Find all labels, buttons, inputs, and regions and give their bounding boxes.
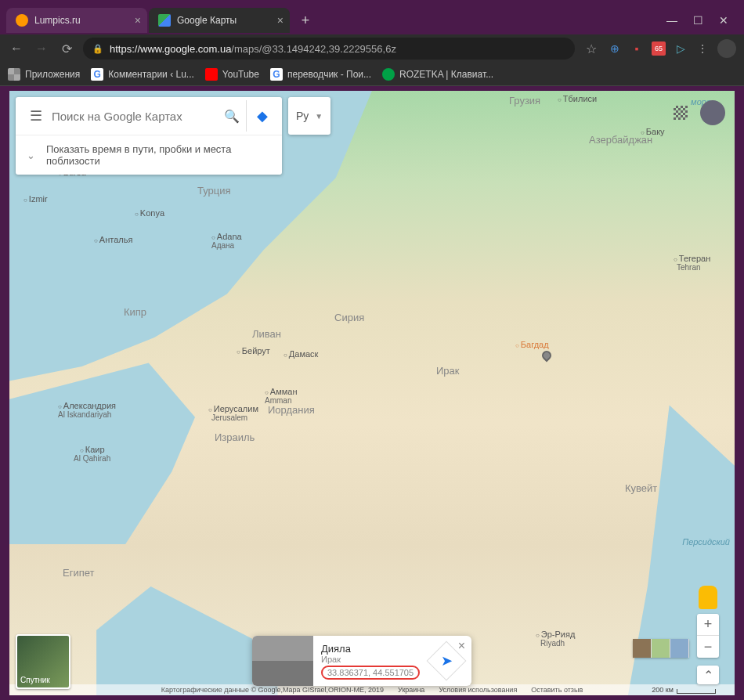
- back-button[interactable]: ←: [8, 41, 25, 56]
- maximize-button[interactable]: ☐: [693, 14, 703, 27]
- city-alexandria2: Al Iskandariyah: [58, 410, 111, 419]
- label-syria: Сирия: [334, 312, 364, 323]
- city-antalya: Анталья: [94, 235, 132, 244]
- g-icon: G: [91, 68, 103, 81]
- google-apps-button[interactable]: [674, 106, 688, 120]
- label-israel: Израиль: [215, 431, 255, 443]
- satellite-label: Спутник: [20, 676, 50, 684]
- close-window-button[interactable]: ✕: [719, 14, 728, 27]
- city-riyadh: Riyadh: [540, 639, 565, 648]
- bookmark-rozetka[interactable]: ROZETKA | Клавиат...: [382, 68, 493, 81]
- map-footer: Картографические данные © Google,Mapa GI…: [9, 684, 735, 695]
- city-izmir: Izmir: [23, 194, 48, 204]
- directions-button[interactable]: ◆: [246, 100, 277, 132]
- layer-terrain[interactable]: [633, 639, 652, 658]
- location-coordinates[interactable]: 33.836371, 44.551705: [321, 666, 420, 680]
- city-tbilisi: Тбилиси: [558, 94, 597, 103]
- city-damascus: Дамаск: [284, 349, 318, 359]
- city-alexandria: Александрия: [58, 401, 116, 410]
- menu-icon[interactable]: ⋮: [695, 41, 710, 56]
- g-icon: G: [270, 68, 283, 81]
- card-close-button[interactable]: ×: [458, 639, 465, 653]
- search-icon[interactable]: 🔍: [218, 109, 246, 124]
- layer-switcher[interactable]: [633, 639, 689, 658]
- layer-transit[interactable]: [670, 639, 689, 658]
- language-button[interactable]: Ру ▼: [288, 97, 330, 135]
- tab-label: Lumpics.ru: [34, 15, 81, 26]
- tab-label: Google Карты: [177, 15, 237, 26]
- map-scale: 200 км: [652, 686, 716, 694]
- menu-button[interactable]: ☰: [20, 107, 52, 124]
- address-bar[interactable]: 🔒 https://www.google.com.ua/maps/@33.149…: [83, 38, 575, 60]
- bookmark-comments[interactable]: GКомментарии ‹ Lu...: [91, 68, 194, 81]
- satellite-toggle[interactable]: Спутник: [16, 634, 70, 689]
- chevron-down-icon: ⌄: [27, 150, 35, 161]
- location-info-card: Дияла Ирак 33.836371, 44.551705 ➤ ×: [252, 636, 471, 686]
- reload-button[interactable]: ⟳: [58, 41, 75, 56]
- city-adana2: Адана: [211, 241, 234, 250]
- city-adana: Adana: [211, 232, 242, 241]
- label-georgia: Грузия: [509, 95, 540, 106]
- city-jerusalem2: Jerusalem: [211, 413, 247, 422]
- new-tab-button[interactable]: +: [294, 9, 316, 31]
- pegman-icon[interactable]: [699, 586, 717, 609]
- city-jerusalem: Иерусалим: [208, 404, 258, 413]
- city-beirut: Бейрут: [237, 346, 270, 355]
- account-avatar[interactable]: [700, 100, 725, 125]
- gmaps-icon: [158, 14, 171, 27]
- profile-avatar[interactable]: [717, 39, 736, 58]
- zoom-out-button[interactable]: −: [697, 636, 719, 658]
- bookmark-translator[interactable]: Gпереводчик - Пои...: [270, 68, 371, 81]
- lang-label: Ру: [296, 110, 309, 122]
- tab-google-maps[interactable]: Google Карты ×: [149, 8, 290, 33]
- city-tehran2: Tehran: [677, 263, 701, 272]
- city-cairo: Каир: [80, 445, 105, 454]
- bookmark-youtube[interactable]: YouTube: [205, 68, 259, 81]
- close-icon[interactable]: ×: [135, 14, 141, 27]
- ext-badge-icon[interactable]: 65: [652, 41, 666, 56]
- ext-play-icon[interactable]: ▷: [674, 41, 688, 56]
- youtube-icon: [205, 68, 218, 81]
- expand-panel-button[interactable]: ⌃: [697, 666, 719, 684]
- zoom-in-button[interactable]: +: [697, 614, 719, 636]
- city-alqahirah: Al Qahirah: [74, 454, 110, 463]
- rozetka-icon: [382, 68, 395, 81]
- lumpics-icon: [16, 14, 28, 27]
- city-amman: Амман: [265, 387, 298, 396]
- city-tehran: Тегеран: [674, 254, 710, 263]
- url-path: /maps/@33.1494242,39.2229556,6z: [231, 43, 396, 55]
- search-input[interactable]: [52, 110, 218, 123]
- layer-default[interactable]: [652, 639, 670, 658]
- close-icon[interactable]: ×: [277, 14, 284, 27]
- ext-globe-icon[interactable]: ⊕: [608, 41, 622, 56]
- url-domain: https://www.google.com.ua: [110, 43, 231, 55]
- forward-button[interactable]: →: [33, 41, 50, 56]
- location-title: Дияла: [321, 643, 424, 655]
- star-button[interactable]: ☆: [583, 41, 600, 56]
- bookmark-apps[interactable]: Приложения: [8, 68, 80, 81]
- city-amman2: Аmman: [265, 396, 291, 405]
- expand-text: Показать время в пути, пробки и места по…: [46, 143, 271, 167]
- map-viewport[interactable]: Турция Сирия Ирак Иордания Израиль Ливан…: [9, 91, 735, 695]
- tab-lumpics[interactable]: Lumpics.ru ×: [6, 8, 147, 33]
- browser-tabs: Lumpics.ru × Google Карты × + — ☐ ✕: [0, 6, 744, 34]
- location-thumbnail: [252, 636, 313, 686]
- ext-shield-icon[interactable]: ▪: [630, 41, 644, 56]
- chevron-down-icon: ▼: [315, 112, 323, 121]
- footer-country: Украина: [398, 686, 424, 694]
- search-panel: ☰ 🔍 ◆ ⌄ Показать время в пути, пробки и …: [16, 97, 282, 175]
- lock-icon: 🔒: [92, 44, 103, 54]
- label-persian-sea: Персидский: [682, 537, 730, 547]
- expand-hint[interactable]: ⌄ Показать время в пути, пробки и места …: [16, 135, 282, 175]
- label-jordan: Иордания: [268, 404, 315, 416]
- footer-terms[interactable]: Условия использования: [439, 686, 517, 694]
- footer-feedback[interactable]: Оставить отзыв: [531, 686, 583, 694]
- city-baku: Баку: [641, 127, 665, 136]
- label-iraq: Ирак: [436, 365, 460, 377]
- location-subtitle: Ирак: [321, 655, 424, 664]
- city-konya: Konya: [135, 208, 164, 218]
- label-egypt: Египет: [63, 567, 94, 579]
- minimize-button[interactable]: —: [666, 14, 677, 27]
- label-lebanon: Ливан: [252, 328, 281, 340]
- footer-data: Картографические данные © Google,Mapa GI…: [161, 686, 384, 694]
